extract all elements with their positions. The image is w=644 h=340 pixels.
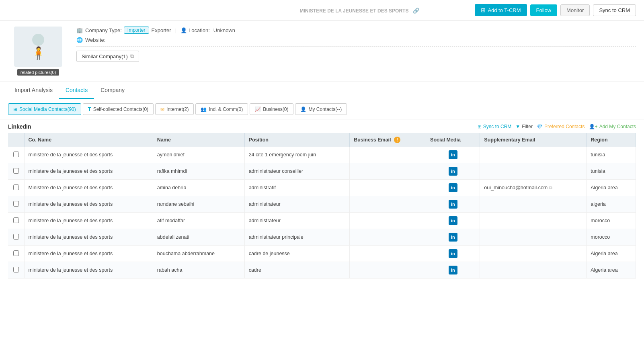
linkedin-icon[interactable]: in bbox=[449, 167, 457, 176]
filter-icon: ▼ bbox=[515, 124, 520, 129]
cell-supplementary-email bbox=[480, 262, 587, 279]
linkedin-icon[interactable]: in bbox=[449, 266, 457, 274]
row-checkbox[interactable] bbox=[13, 152, 19, 157]
th-name: Name bbox=[153, 133, 244, 147]
row-checkbox[interactable] bbox=[13, 250, 19, 256]
linkedin-icon[interactable]: in bbox=[449, 233, 457, 242]
tab-company[interactable]: Company bbox=[94, 82, 131, 99]
subtab-my-contacts-label: My Contacts(--) bbox=[308, 107, 342, 112]
company-type-label: Company Type: bbox=[85, 27, 122, 33]
subtab-social-media-label: Social Media Contacts(90) bbox=[19, 107, 76, 112]
row-checkbox[interactable] bbox=[13, 267, 19, 272]
cell-name: atif modaffar bbox=[153, 213, 244, 229]
row-checkbox[interactable] bbox=[13, 184, 19, 190]
subtab-self-collected[interactable]: T Self-collected Contacts(0) bbox=[83, 103, 154, 115]
self-collected-icon: T bbox=[88, 106, 91, 112]
copy-email-icon[interactable]: ⧉ bbox=[549, 185, 552, 190]
cell-region: Algeria area bbox=[587, 262, 636, 279]
sync-crm-table-button[interactable]: ⊞ Sync to CRM bbox=[478, 124, 512, 129]
linkedin-section: LinkedIn ⊞ Sync to CRM ▼ Filter 💎 Prefer… bbox=[0, 119, 644, 283]
related-pictures-label: related pictures(0) bbox=[17, 69, 59, 76]
tab-import-analysis[interactable]: Import Analysis bbox=[8, 82, 59, 99]
sync-crm-header-button[interactable]: Sync to CRM bbox=[593, 4, 636, 16]
cell-social-media: in bbox=[426, 262, 480, 279]
row-checkbox[interactable] bbox=[13, 217, 19, 223]
cell-position: 24 cité 1 emergency room juin bbox=[244, 147, 350, 163]
cell-co-name: ministere de la jeunesse et des sports bbox=[24, 246, 153, 262]
cell-co-name: ministere de la jeunesse et des sports bbox=[24, 262, 153, 279]
similar-company-label: Similar Company(1) bbox=[82, 53, 128, 59]
subtab-my-contacts[interactable]: 👤 My Contacts(--) bbox=[295, 103, 347, 115]
subtab-internet-label: Internet(2) bbox=[166, 107, 189, 112]
filter-button[interactable]: ▼ Filter bbox=[515, 124, 533, 129]
table-row: ministere de la jeunesse et des sportsab… bbox=[8, 229, 636, 246]
follow-button[interactable]: Follow bbox=[530, 4, 558, 16]
subtab-ind-comm[interactable]: 👥 Ind. & Comm(0) bbox=[195, 103, 248, 115]
cell-region: tunisia bbox=[587, 147, 636, 163]
location-label: Location: bbox=[189, 27, 210, 33]
linkedin-icon[interactable]: in bbox=[449, 183, 457, 192]
cell-position: administrateur principale bbox=[244, 229, 350, 246]
cell-co-name: ministere de la jeunesse et des sports bbox=[24, 213, 153, 229]
preferred-contacts-icon: 💎 bbox=[537, 124, 543, 129]
table-row: ministere de la jeunesse et des sportsat… bbox=[8, 213, 636, 229]
subtab-business[interactable]: 📈 Business(0) bbox=[250, 103, 293, 115]
similar-company-button[interactable]: Similar Company(1) ⧉ bbox=[76, 51, 139, 62]
cell-region: algeria bbox=[587, 196, 636, 213]
linkedin-icon[interactable]: in bbox=[449, 216, 457, 225]
cell-name: rafika mhimdi bbox=[153, 163, 244, 180]
tab-contacts[interactable]: Contacts bbox=[59, 82, 94, 99]
cell-supplementary-email: oui_minoucha@hotmail.com⧉ bbox=[480, 180, 587, 196]
cell-social-media: in bbox=[426, 147, 480, 163]
preferred-contacts-button[interactable]: 💎 Preferred Contacts bbox=[537, 124, 585, 129]
table-row: ministere de la jeunesse et des sportsbo… bbox=[8, 246, 636, 262]
linkedin-title: LinkedIn bbox=[8, 123, 31, 130]
table-row: ministere de la jeunesse et des sportsra… bbox=[8, 163, 636, 180]
avatar-box: 🧍 bbox=[14, 27, 62, 67]
cell-region: Algeria area bbox=[587, 180, 636, 196]
website-icon: 🌐 bbox=[76, 37, 83, 43]
monitor-button[interactable]: Monitor bbox=[560, 4, 590, 16]
row-checkbox[interactable] bbox=[13, 201, 19, 207]
cell-name: aymen dhief bbox=[153, 147, 244, 163]
row-checkbox[interactable] bbox=[13, 168, 19, 174]
linkedin-header: LinkedIn ⊞ Sync to CRM ▼ Filter 💎 Prefer… bbox=[8, 123, 636, 130]
subtab-internet[interactable]: ✉ Internet(2) bbox=[155, 103, 194, 115]
cell-social-media: in bbox=[426, 163, 480, 180]
cell-name: bouchama abderrahmane bbox=[153, 246, 244, 262]
cell-supplementary-email bbox=[480, 163, 587, 180]
importer-tag[interactable]: Importer bbox=[124, 27, 149, 34]
cell-business-email bbox=[350, 262, 426, 279]
cell-position: administrateur conseiller bbox=[244, 163, 350, 180]
cell-region: tunisia bbox=[587, 163, 636, 180]
business-email-info-icon: ! bbox=[394, 137, 400, 143]
cell-social-media: in bbox=[426, 229, 480, 246]
cell-co-name: ministere de la jeunesse et des sports bbox=[24, 147, 153, 163]
cell-business-email bbox=[350, 213, 426, 229]
subtab-social-media[interactable]: ⊞ Social Media Contacts(90) bbox=[8, 103, 81, 115]
linkedin-icon[interactable]: in bbox=[449, 150, 457, 159]
table-row: Ministere de la jeunesse et des sportsam… bbox=[8, 180, 636, 196]
cell-position: administrateur bbox=[244, 196, 350, 213]
cell-position: administratif bbox=[244, 180, 350, 196]
th-region: Region bbox=[587, 133, 636, 147]
add-to-tcrm-button[interactable]: ⊞ Add to T-CRM bbox=[475, 4, 527, 16]
th-social-media: Social Media bbox=[426, 133, 480, 147]
cell-co-name: Ministere de la jeunesse et des sports bbox=[24, 180, 153, 196]
company-link-icon: 🔗 bbox=[413, 8, 419, 14]
profile-area: 🧍 related pictures(0) 🏢 Company Type: Im… bbox=[0, 20, 644, 82]
add-my-contacts-icon: 👤+ bbox=[589, 124, 598, 129]
th-supplementary-email: Supplementary Email bbox=[480, 133, 587, 147]
th-checkbox bbox=[8, 133, 24, 147]
cell-co-name: ministere de la jeunesse et des sports bbox=[24, 229, 153, 246]
cell-name: ramdane sebaihi bbox=[153, 196, 244, 213]
row-checkbox[interactable] bbox=[13, 234, 19, 240]
location-value: Unknown bbox=[213, 27, 235, 33]
linkedin-icon[interactable]: in bbox=[449, 249, 457, 258]
cell-business-email bbox=[350, 163, 426, 180]
add-my-contacts-button[interactable]: 👤+ Add My Contacts bbox=[589, 124, 636, 129]
company-name-text: MINISTERE DE LA JEUNESSE ET DES SPORTS bbox=[299, 8, 408, 14]
linkedin-icon[interactable]: in bbox=[449, 200, 457, 209]
social-media-icon: ⊞ bbox=[13, 107, 17, 112]
cell-social-media: in bbox=[426, 213, 480, 229]
